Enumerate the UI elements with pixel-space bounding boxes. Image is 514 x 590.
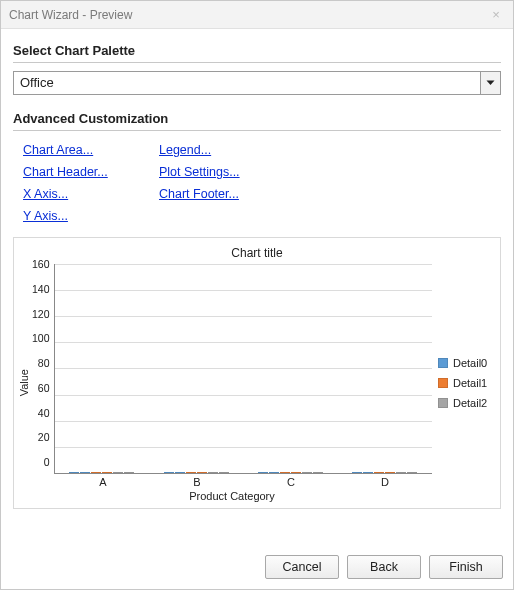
y-tick: 160 <box>32 258 50 270</box>
legend-item: Detail0 <box>438 357 498 369</box>
bar <box>269 472 279 473</box>
advanced-links: Chart Area... Legend... Chart Header... … <box>13 139 501 229</box>
legend-swatch <box>438 358 448 368</box>
plot-area <box>54 264 432 474</box>
legend-item: Detail2 <box>438 397 498 409</box>
legend-item: Detail1 <box>438 377 498 389</box>
y-tick: 60 <box>32 382 50 394</box>
chart-preview: Chart title Value 160140120100806040200 … <box>13 237 501 509</box>
palette-value: Office <box>14 72 480 94</box>
bar-group <box>55 472 149 473</box>
x-tick: A <box>56 476 150 488</box>
link-x-axis[interactable]: X Axis... <box>23 187 68 201</box>
chart-wizard-window: Chart Wizard - Preview × Select Chart Pa… <box>0 0 514 590</box>
window-title: Chart Wizard - Preview <box>9 8 132 22</box>
palette-heading: Select Chart Palette <box>13 37 501 62</box>
advanced-heading: Advanced Customization <box>13 105 501 130</box>
bar <box>208 472 218 473</box>
close-button[interactable]: × <box>487 6 505 24</box>
legend-label: Detail0 <box>453 357 487 369</box>
bar <box>91 472 101 473</box>
bar <box>407 472 417 473</box>
legend-label: Detail1 <box>453 377 487 389</box>
bar <box>102 472 112 473</box>
bar <box>363 472 373 473</box>
bar-group <box>243 472 337 473</box>
chevron-down-icon <box>480 72 500 94</box>
bar <box>219 472 229 473</box>
divider <box>13 62 501 63</box>
bar <box>302 472 312 473</box>
bar <box>374 472 384 473</box>
bar <box>164 472 174 473</box>
bar <box>197 472 207 473</box>
chart-legend: Detail0Detail1Detail2 <box>432 264 498 502</box>
link-legend[interactable]: Legend... <box>159 143 211 157</box>
back-button[interactable]: Back <box>347 555 421 579</box>
y-axis-ticks: 160140120100806040200 <box>32 258 54 468</box>
x-tick: D <box>338 476 432 488</box>
bar-group <box>338 472 432 473</box>
bar <box>80 472 90 473</box>
x-axis-ticks: ABCD <box>56 476 432 488</box>
chart-body: Value 160140120100806040200 ABCD Product… <box>16 264 498 502</box>
link-chart-area[interactable]: Chart Area... <box>23 143 93 157</box>
bar <box>113 472 123 473</box>
legend-label: Detail2 <box>453 397 487 409</box>
bar <box>69 472 79 473</box>
bar <box>291 472 301 473</box>
x-axis-label: Product Category <box>32 490 432 502</box>
link-chart-header[interactable]: Chart Header... <box>23 165 108 179</box>
dialog-footer: Cancel Back Finish <box>1 547 513 589</box>
bar <box>352 472 362 473</box>
y-tick: 100 <box>32 332 50 344</box>
divider <box>13 130 501 131</box>
y-tick: 140 <box>32 283 50 295</box>
x-tick: B <box>150 476 244 488</box>
content-area: Select Chart Palette Office Advanced Cus… <box>1 29 513 547</box>
cancel-button[interactable]: Cancel <box>265 555 339 579</box>
link-y-axis[interactable]: Y Axis... <box>23 209 68 223</box>
y-tick: 20 <box>32 431 50 443</box>
plot-column: 160140120100806040200 ABCD Product Categ… <box>32 264 432 502</box>
close-icon: × <box>492 7 500 22</box>
bar <box>396 472 406 473</box>
bar <box>385 472 395 473</box>
link-plot-settings[interactable]: Plot Settings... <box>159 165 240 179</box>
y-tick: 80 <box>32 357 50 369</box>
link-chart-footer[interactable]: Chart Footer... <box>159 187 239 201</box>
bar <box>186 472 196 473</box>
finish-button[interactable]: Finish <box>429 555 503 579</box>
bar <box>175 472 185 473</box>
y-tick: 0 <box>32 456 50 468</box>
chart-title: Chart title <box>16 246 498 260</box>
legend-swatch <box>438 378 448 388</box>
y-tick: 40 <box>32 407 50 419</box>
bar <box>124 472 134 473</box>
palette-dropdown[interactable]: Office <box>13 71 501 95</box>
y-axis-label: Value <box>16 264 32 502</box>
legend-swatch <box>438 398 448 408</box>
y-tick: 120 <box>32 308 50 320</box>
bar-group <box>149 472 243 473</box>
titlebar: Chart Wizard - Preview × <box>1 1 513 29</box>
bar <box>313 472 323 473</box>
bar <box>258 472 268 473</box>
x-tick: C <box>244 476 338 488</box>
bar <box>280 472 290 473</box>
